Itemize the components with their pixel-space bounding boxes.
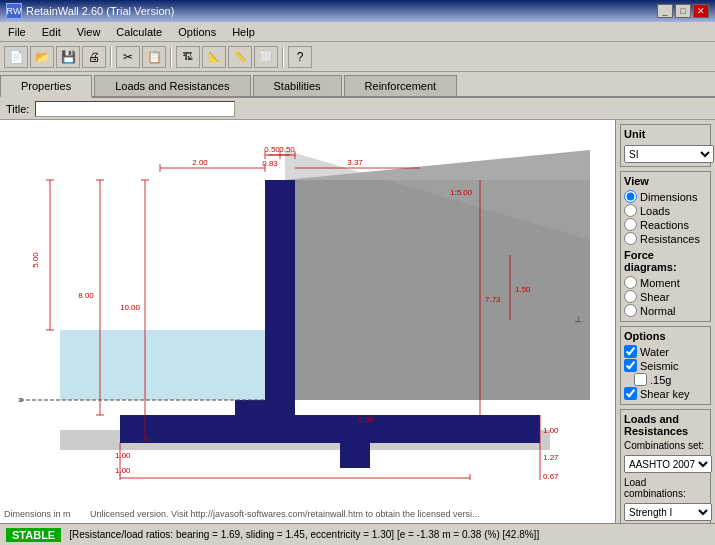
tab-reinforcement[interactable]: Reinforcement [344,75,458,96]
svg-text:7.73: 7.73 [485,295,501,304]
combinations-label: Combinations set: [624,440,707,451]
unit-section-title: Unit [624,128,707,140]
title-row: Title: [0,98,715,120]
wall-svg: 2.00 0.50 0.50 0.83 3.37 1:5.00 5.00 8. [0,120,600,480]
svg-text:0.50: 0.50 [264,145,280,154]
force-diagrams-title: Force diagrams: [624,249,707,273]
toolbar-sep-3 [282,47,284,67]
force-shear[interactable]: Shear [624,290,707,303]
menu-view[interactable]: View [69,26,109,38]
svg-text:1.00: 1.00 [115,451,131,460]
title-label: Title: [6,103,29,115]
cut-button[interactable]: ✂ [116,46,140,68]
maximize-button[interactable]: □ [675,4,691,18]
ruler-button[interactable]: 📏 [228,46,252,68]
dimensions-info: Dimensions in m [4,509,71,519]
load-combinations-label: Load combinations: [624,477,707,499]
dimension-button[interactable]: 📐 [202,46,226,68]
svg-text:1.00: 1.00 [115,466,131,475]
svg-rect-6 [120,415,540,443]
svg-text:8.00: 8.00 [78,291,94,300]
svg-text:3.37: 3.37 [347,158,363,167]
unit-select[interactable]: SI US [624,145,714,163]
combinations-select[interactable]: AASHTO 2007 [624,455,712,473]
svg-text:2.00: 2.00 [192,158,208,167]
svg-text:≡: ≡ [18,395,23,405]
load-combinations-select[interactable]: Strength I [624,503,712,521]
help-button[interactable]: ? [288,46,312,68]
menu-options[interactable]: Options [170,26,224,38]
toolbar: 📄 📂 💾 🖨 ✂ 📋 🏗 📐 📏 ⬜ ? [0,42,715,72]
right-panel: Unit SI US View Dimensions Loads Reactio… [615,120,715,523]
tab-stabilities[interactable]: Stabilities [253,75,342,96]
app-icon: RW [6,3,22,19]
view-reactions[interactable]: Reactions [624,218,707,231]
drawing-area: 2.00 0.50 0.50 0.83 3.37 1:5.00 5.00 8. [0,120,615,523]
new-button[interactable]: 📄 [4,46,28,68]
main-content: 2.00 0.50 0.50 0.83 3.37 1:5.00 5.00 8. [0,120,715,523]
svg-text:0.67: 0.67 [543,472,559,480]
unit-section: Unit SI US [620,124,711,167]
minimize-button[interactable]: _ [657,4,673,18]
toolbar-sep-2 [170,47,172,67]
menu-edit[interactable]: Edit [34,26,69,38]
title-input[interactable] [35,101,235,117]
svg-text:5.00: 5.00 [31,252,40,268]
menu-calculate[interactable]: Calculate [108,26,170,38]
svg-text:1.00: 1.00 [543,426,559,435]
svg-text:0.83: 0.83 [262,159,278,168]
view-resistances[interactable]: Resistances [624,232,707,245]
wall-button[interactable]: 🏗 [176,46,200,68]
force-normal[interactable]: Normal [624,304,707,317]
tab-loads[interactable]: Loads and Resistances [94,75,250,96]
menu-bar: File Edit View Calculate Options Help [0,22,715,42]
print-button[interactable]: 🖨 [82,46,106,68]
paste-button[interactable]: 📋 [142,46,166,68]
svg-rect-3 [60,330,285,400]
toolbar-sep-1 [110,47,112,67]
status-bar: STABLE [Resistance/load ratios: bearing … [0,523,715,545]
svg-rect-7 [340,443,370,468]
view-dimensions[interactable]: Dimensions [624,190,707,203]
close-button[interactable]: ✕ [693,4,709,18]
options-section-title: Options [624,330,707,342]
svg-text:⊣: ⊣ [573,315,583,323]
menu-help[interactable]: Help [224,26,263,38]
svg-text:0.00: 0.00 [358,415,374,424]
tab-properties[interactable]: Properties [0,75,92,98]
option-shear-key[interactable]: Shear key [624,387,707,400]
loads-resistances-section: Loads and Resistances Combinations set: … [620,409,711,523]
option-water[interactable]: Water [624,345,707,358]
window-title: RetainWall 2.60 (Trial Version) [26,5,174,17]
svg-text:0.50: 0.50 [279,145,295,154]
unlicensed-text: Unlicensed version. Visit http://javasof… [90,509,580,519]
window-controls[interactable]: _ □ ✕ [657,4,709,18]
open-button[interactable]: 📂 [30,46,54,68]
menu-file[interactable]: File [0,26,34,38]
svg-marker-1 [285,180,590,400]
svg-text:10.00: 10.00 [120,303,141,312]
view-loads[interactable]: Loads [624,204,707,217]
svg-text:1.50: 1.50 [515,285,531,294]
tabs-bar: Properties Loads and Resistances Stabili… [0,72,715,98]
force-moment[interactable]: Moment [624,276,707,289]
status-stable-label: STABLE [6,528,61,542]
option-seismic[interactable]: Seismic [624,359,707,372]
export-button[interactable]: ⬜ [254,46,278,68]
svg-text:1:5.00: 1:5.00 [450,188,473,197]
options-section: Options Water Seismic .15g Shear key [620,326,711,405]
loads-resistances-title: Loads and Resistances [624,413,707,437]
view-section: View Dimensions Loads Reactions Resistan… [620,171,711,322]
option-seismic-g[interactable]: .15g [624,373,707,386]
svg-text:1.27: 1.27 [543,453,559,462]
view-section-title: View [624,175,707,187]
title-bar: RW RetainWall 2.60 (Trial Version) _ □ ✕ [0,0,715,22]
save-button[interactable]: 💾 [56,46,80,68]
status-text: [Resistance/load ratios: bearing = 1.69,… [69,529,539,540]
